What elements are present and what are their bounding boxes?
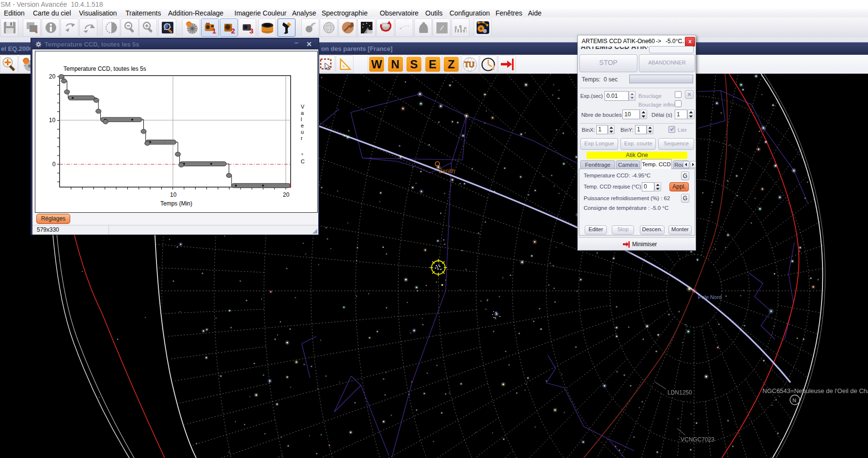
svg-text:Temps (Min): Temps (Min): [160, 200, 192, 207]
svg-text:N: N: [792, 397, 796, 403]
svg-text:20: 20: [283, 191, 290, 198]
svg-text:10: 10: [170, 191, 177, 198]
svg-text:TU: TU: [464, 61, 474, 69]
svg-text:2: 2: [231, 27, 235, 35]
svg-text:Pole Nord: Pole Nord: [698, 294, 722, 300]
svg-text:Temperature CCD, toutes les 5s: Temperature CCD, toutes les 5s: [63, 65, 146, 72]
svg-text:VCNGC7023: VCNGC7023: [681, 436, 714, 443]
svg-text:20: 20: [49, 73, 56, 80]
svg-text:3: 3: [249, 27, 253, 35]
svg-text:C: C: [301, 158, 305, 164]
svg-text:10: 10: [49, 117, 56, 124]
svg-text:V: V: [301, 104, 305, 110]
svg-text:a: a: [301, 110, 304, 116]
svg-text:NGC6543=Nebuleuse de l'Oeil de: NGC6543=Nebuleuse de l'Oeil de Cha: [762, 387, 868, 395]
svg-text:r: r: [301, 135, 303, 141]
svg-text:1: 1: [212, 27, 216, 35]
svg-text:LDN1250: LDN1250: [667, 389, 692, 396]
svg-text:Zenith: Zenith: [439, 168, 455, 174]
svg-text:e: e: [301, 123, 304, 128]
svg-text:l: l: [301, 116, 302, 122]
svg-text:u: u: [301, 129, 304, 135]
svg-text:0: 0: [52, 161, 56, 168]
svg-text:°: °: [301, 153, 303, 158]
